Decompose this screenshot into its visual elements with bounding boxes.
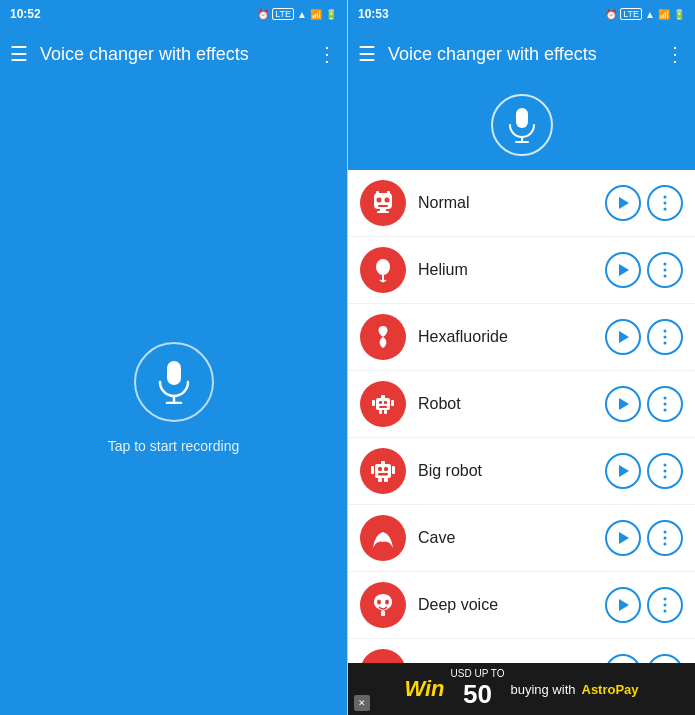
left-time: 10:52	[10, 7, 41, 21]
svg-point-58	[664, 537, 667, 540]
svg-point-60	[377, 600, 381, 605]
ad-close-button[interactable]: ✕	[354, 695, 370, 711]
effect-name-cave: Cave	[418, 529, 593, 547]
effect-item-normal: Normal	[348, 170, 695, 237]
svg-point-28	[664, 336, 667, 339]
effects-list: Normal Helium	[348, 170, 695, 663]
svg-point-25	[664, 275, 667, 278]
left-menu-icon[interactable]: ☰	[10, 42, 28, 66]
right-alarm-icon: ⏰	[605, 9, 617, 20]
svg-rect-50	[378, 478, 382, 482]
svg-marker-22	[619, 264, 629, 276]
effect-icon-helium	[360, 247, 406, 293]
effect-name-hexafluoride: Hexafluoride	[418, 328, 593, 346]
right-status-bar: 10:53 ⏰ LTE ▲ 📶 🔋	[348, 0, 695, 28]
play-normal-button[interactable]	[605, 185, 641, 221]
svg-point-27	[664, 330, 667, 333]
ad-buying-text: buying with	[510, 682, 575, 697]
ad-win-text: Win	[404, 676, 444, 702]
svg-rect-30	[376, 398, 390, 410]
svg-point-42	[664, 409, 667, 412]
effect-actions-robot	[605, 386, 683, 422]
svg-rect-44	[378, 467, 382, 471]
more-big-robot-button[interactable]	[647, 453, 683, 489]
more-helium-button[interactable]	[647, 252, 683, 288]
right-battery-icon: 🔋	[673, 9, 685, 20]
more-cave-button[interactable]	[647, 520, 683, 556]
right-signal-icon: 📶	[658, 9, 670, 20]
svg-point-64	[664, 598, 667, 601]
more-normal-button[interactable]	[647, 185, 683, 221]
svg-rect-11	[387, 191, 390, 195]
effect-icon-hexafluoride	[360, 314, 406, 360]
effect-item-big-robot: Big robot	[348, 438, 695, 505]
effect-item-cave: Cave	[348, 505, 695, 572]
effect-actions-cave	[605, 520, 683, 556]
right-menu-icon[interactable]: ☰	[358, 42, 376, 66]
effect-actions-backwards	[605, 654, 683, 663]
play-deep-voice-button[interactable]	[605, 587, 641, 623]
battery-icon: 🔋	[325, 9, 337, 20]
right-more-icon[interactable]: ⋮	[665, 42, 685, 66]
more-hexafluoride-button[interactable]	[647, 319, 683, 355]
svg-point-29	[664, 342, 667, 345]
svg-rect-36	[391, 400, 394, 406]
svg-marker-56	[619, 532, 629, 544]
lte-icon: LTE	[272, 8, 294, 20]
effect-item-deep-voice: Deep voice	[348, 572, 695, 639]
effect-icon-backwards	[360, 649, 406, 663]
alarm-icon: ⏰	[257, 9, 269, 20]
record-prompt-text: Tap to start recording	[108, 438, 240, 454]
svg-rect-47	[381, 461, 385, 465]
right-lte-icon: LTE	[620, 8, 642, 20]
effect-name-big-robot: Big robot	[418, 462, 593, 480]
svg-rect-13	[377, 211, 389, 213]
svg-rect-34	[381, 395, 385, 399]
svg-point-23	[664, 263, 667, 266]
record-button[interactable]	[134, 342, 214, 422]
svg-rect-38	[384, 410, 387, 414]
svg-rect-62	[381, 611, 385, 616]
svg-rect-45	[384, 467, 388, 471]
svg-point-8	[385, 198, 390, 203]
effect-name-normal: Normal	[418, 194, 593, 212]
svg-rect-46	[378, 473, 388, 476]
effect-actions-hexafluoride	[605, 319, 683, 355]
signal-icon: 📶	[310, 9, 322, 20]
left-main-content: Tap to start recording	[0, 80, 347, 715]
svg-rect-43	[375, 464, 391, 478]
effect-actions-normal	[605, 185, 683, 221]
play-hexafluoride-button[interactable]	[605, 319, 641, 355]
effect-icon-normal	[360, 180, 406, 226]
effect-name-helium: Helium	[418, 261, 593, 279]
effect-actions-big-robot	[605, 453, 683, 489]
svg-rect-32	[384, 401, 387, 404]
svg-rect-49	[392, 466, 395, 474]
svg-rect-0	[167, 361, 181, 385]
play-backwards-button[interactable]	[605, 654, 641, 663]
more-backwards-button[interactable]	[647, 654, 683, 663]
play-helium-button[interactable]	[605, 252, 641, 288]
ad-amount: 50	[463, 679, 492, 710]
ad-banner[interactable]: ✕ Win USD UP TO 50 buying with AstroPay	[348, 663, 695, 715]
left-more-icon[interactable]: ⋮	[317, 42, 337, 66]
left-phone: 10:52 ⏰ LTE ▲ 📶 🔋 ☰ Voice changer with e…	[0, 0, 347, 715]
left-status-bar: 10:52 ⏰ LTE ▲ 📶 🔋	[0, 0, 347, 28]
right-mic-button[interactable]	[491, 94, 553, 156]
more-deep-voice-button[interactable]	[647, 587, 683, 623]
play-big-robot-button[interactable]	[605, 453, 641, 489]
left-app-bar: ☰ Voice changer with effects ⋮	[0, 28, 347, 80]
svg-marker-14	[619, 197, 629, 209]
svg-rect-33	[379, 406, 387, 408]
effect-item-helium: Helium	[348, 237, 695, 304]
svg-point-59	[664, 543, 667, 546]
effect-icon-cave	[360, 515, 406, 561]
svg-point-55	[664, 476, 667, 479]
svg-point-18	[376, 259, 390, 275]
svg-point-41	[664, 403, 667, 406]
play-robot-button[interactable]	[605, 386, 641, 422]
svg-point-65	[664, 604, 667, 607]
play-cave-button[interactable]	[605, 520, 641, 556]
more-robot-button[interactable]	[647, 386, 683, 422]
svg-rect-31	[379, 401, 382, 404]
